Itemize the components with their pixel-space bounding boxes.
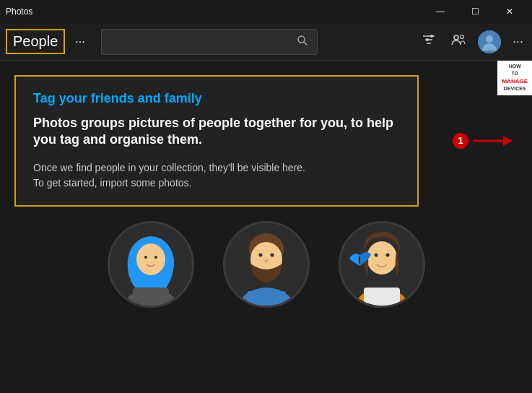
search-box[interactable] [101,29,318,55]
title-bar-controls: — ☐ ✕ [424,0,526,23]
svg-point-27 [367,241,397,275]
person-avatar-2 [223,221,310,308]
svg-point-6 [426,38,429,41]
people-gallery-icon[interactable] [448,29,469,54]
close-button[interactable]: ✕ [493,0,526,23]
toolbar-right: ··· [419,29,526,54]
svg-point-22 [258,253,262,256]
person-avatar-3 [339,221,425,308]
svg-point-17 [154,256,157,259]
watermark-manage: MANAGE [502,78,528,85]
app-title: Photos [6,7,32,17]
search-icon [297,35,308,48]
svg-point-15 [136,243,165,275]
card-body: Once we find people in your collection, … [33,160,400,191]
card-body-line1: Once we find people in your collection, … [33,162,305,173]
svg-point-16 [144,256,147,259]
svg-point-7 [454,35,458,40]
toolbar-more-button[interactable]: ··· [510,31,526,52]
illustration-row [14,221,518,308]
svg-point-23 [270,253,274,256]
search-input[interactable] [110,36,291,48]
info-card: Tag your friends and family Photos group… [14,75,419,207]
watermark-how: HOW [509,64,521,69]
svg-point-8 [460,35,463,39]
arrow-icon [473,134,513,148]
svg-point-24 [264,259,269,262]
svg-line-1 [304,42,307,45]
svg-rect-30 [364,288,400,306]
card-body-line2: To get started, import some photos. [33,177,191,189]
more-dots-button[interactable]: ··· [71,33,89,51]
svg-point-29 [385,253,389,256]
watermark-to: TO [511,71,518,76]
title-bar: Photos — ☐ ✕ [0,0,532,23]
maximize-button[interactable]: ☐ [458,0,492,23]
minimize-button[interactable]: — [424,0,457,23]
svg-rect-25 [247,291,286,306]
annotation-container: 1 [453,133,513,149]
person-avatar-1 [108,221,194,308]
main-content: HOW TO MANAGE DEVICES Tag your friends a… [0,61,532,308]
svg-marker-12 [503,136,513,146]
svg-point-10 [486,35,493,43]
svg-point-28 [374,253,378,256]
people-button[interactable]: People [6,29,65,54]
card-title: Tag your friends and family [33,91,400,106]
title-bar-left: Photos [6,7,32,17]
toolbar: People ··· [0,23,532,61]
watermark: HOW TO MANAGE DEVICES [497,61,532,95]
svg-point-5 [430,35,433,38]
watermark-devices: DEVICES [504,86,526,91]
filter-icon[interactable] [419,30,439,53]
avatar[interactable] [478,30,501,53]
card-subtitle: Photos groups pictures of people togethe… [33,115,400,149]
annotation-badge: 1 [453,133,468,149]
info-card-wrapper: Tag your friends and family Photos group… [14,75,433,207]
svg-rect-18 [133,288,169,306]
